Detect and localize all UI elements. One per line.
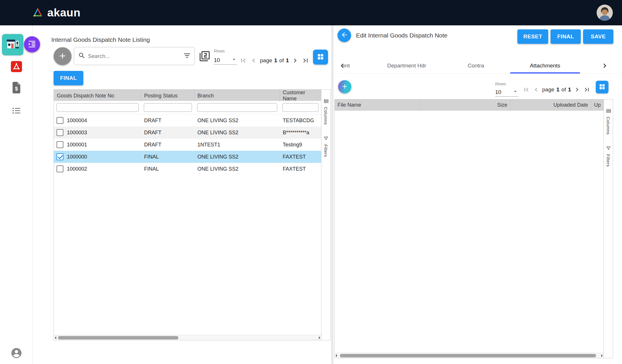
next-page-button[interactable]: [291, 56, 299, 65]
column-header-uploaded-date[interactable]: Uploaded Date: [510, 99, 591, 111]
topbar: akaun: [0, 0, 622, 25]
search-filter-button[interactable]: [183, 52, 191, 61]
filter-input-customer-name[interactable]: [282, 103, 318, 112]
filter-input-posting-status[interactable]: [144, 103, 192, 112]
editor-scroll-right-arrow[interactable]: [601, 354, 603, 357]
storefront-icon: [5, 37, 20, 52]
table-filter-row: [54, 101, 321, 114]
tabs-scroll-right-button[interactable]: [600, 61, 609, 70]
pages-button[interactable]: [199, 51, 210, 62]
scrollbar-thumb[interactable]: [58, 336, 178, 340]
column-header-posting-status[interactable]: Posting Status: [141, 90, 195, 102]
column-header-note-no[interactable]: Goods Dispatch Note No: [54, 90, 141, 102]
attachments-side-rail: Columns Filters: [604, 99, 613, 358]
tab-department-hdr[interactable]: Department Hdr: [365, 58, 448, 73]
cell-branch: ONE LIVING SS2: [195, 154, 280, 160]
editor-scrollbar-thumb[interactable]: [340, 354, 596, 357]
columns-rail-button[interactable]: Columns: [323, 98, 329, 125]
table-header-row: Goods Dispatch Note No Posting Status Br…: [54, 90, 321, 101]
list-icon: [11, 105, 22, 117]
sidebar-expand-button[interactable]: [24, 36, 40, 52]
editor-scroll-left-arrow[interactable]: [335, 354, 337, 357]
editor-columns-rail-label: Columns: [606, 117, 611, 135]
add-dispatch-note-button[interactable]: [54, 47, 71, 65]
tab-attachments[interactable]: Attachments: [510, 58, 580, 73]
editor-rows-value: 10: [495, 89, 501, 95]
row-checkbox[interactable]: [56, 165, 63, 172]
cell-posting-status: DRAFT: [141, 118, 195, 124]
editor-filters-rail-button[interactable]: Filters: [606, 146, 611, 167]
first-page-button[interactable]: [239, 56, 247, 65]
table-row[interactable]: 1000001 DRAFT 1NTEST1 Testing9: [54, 139, 321, 151]
filters-rail-button[interactable]: Filters: [323, 136, 329, 157]
back-button[interactable]: [338, 29, 351, 42]
cell-note-no: 1000001: [67, 142, 87, 148]
scroll-left-arrow[interactable]: [55, 336, 56, 339]
columns-icon: [606, 108, 611, 115]
cell-note-no: 1000003: [67, 130, 87, 136]
cell-posting-status: FINAL: [141, 154, 195, 160]
cell-branch: 1NTEST1: [195, 142, 280, 148]
column-header-branch[interactable]: Branch: [195, 90, 280, 102]
previous-page-button[interactable]: [250, 56, 258, 65]
cell-branch: ONE LIVING SS2: [195, 118, 280, 124]
invoice-icon: $: [11, 81, 22, 95]
tab-partial[interactable]: ent: [342, 58, 360, 73]
save-button[interactable]: SAVE: [583, 29, 613, 44]
pagination: page1of1: [239, 55, 310, 66]
row-checkbox[interactable]: [56, 141, 63, 148]
search-input[interactable]: [88, 53, 181, 59]
editor-pagination: page1of1: [523, 85, 591, 94]
cell-note-no: 1000002: [67, 166, 87, 172]
row-checkbox[interactable]: [56, 117, 63, 124]
row-checkbox[interactable]: [56, 129, 63, 136]
sidebar-app-tile[interactable]: [2, 34, 23, 55]
table-main: Goods Dispatch Note No Posting Status Br…: [54, 90, 321, 340]
horizontal-scrollbar[interactable]: [54, 335, 321, 340]
scroll-right-arrow[interactable]: [319, 336, 320, 339]
editor-last-page-button[interactable]: [583, 86, 591, 93]
rows-per-page-select[interactable]: 10: [214, 56, 237, 65]
search-box: [74, 47, 195, 65]
filter-input-note-no[interactable]: [56, 103, 139, 112]
sidebar-item-invoice[interactable]: $: [0, 81, 33, 95]
final-button[interactable]: FINAL: [54, 71, 83, 85]
editor-first-page-button[interactable]: [523, 86, 530, 93]
column-header-file-name[interactable]: File Name: [335, 99, 420, 111]
column-header-size[interactable]: Size: [420, 99, 510, 111]
table-empty-space: [54, 175, 321, 335]
sidebar-item-list[interactable]: [0, 105, 33, 117]
last-page-button[interactable]: [301, 56, 310, 65]
editor-columns-rail-button[interactable]: Columns: [606, 108, 611, 135]
editor-final-button[interactable]: FINAL: [551, 29, 581, 44]
filter-list-icon: [183, 52, 191, 61]
tab-contra[interactable]: Contra: [449, 58, 503, 73]
editor-previous-page-button[interactable]: [532, 86, 540, 93]
columns-rail-label: Columns: [323, 107, 328, 125]
editor-horizontal-scrollbar[interactable]: [335, 353, 604, 358]
filters-rail-label: Filters: [323, 144, 328, 157]
rows-value: 10: [214, 57, 220, 63]
editor-next-page-button[interactable]: [573, 86, 581, 93]
sidebar-item-pdf[interactable]: [0, 61, 33, 73]
column-header-customer-name[interactable]: Customer Name: [280, 90, 321, 102]
grid-view-button[interactable]: [313, 50, 328, 65]
rows-label: Rows: [214, 48, 237, 53]
editor-rows-per-page-select[interactable]: 10: [495, 88, 518, 97]
editor-grid-view-button[interactable]: [596, 81, 608, 93]
add-attachment-button[interactable]: [338, 80, 351, 93]
cell-posting-status: DRAFT: [141, 142, 195, 148]
sidebar-profile[interactable]: [0, 347, 33, 360]
funnel-icon: [606, 146, 611, 152]
table-row[interactable]: 1000000 FINAL ONE LIVING SS2 FAXTEST: [54, 151, 321, 163]
row-checkbox[interactable]: [56, 153, 63, 160]
cell-note-no: 1000004: [67, 118, 87, 124]
reset-button[interactable]: RESET: [517, 29, 548, 44]
column-header-uploaded-by[interactable]: Up: [591, 99, 604, 111]
user-avatar[interactable]: [597, 5, 613, 21]
table-row[interactable]: 1000003 DRAFT ONE LIVING SS2 B**********…: [54, 127, 321, 139]
table-row[interactable]: 1000002 FINAL ONE LIVING SS2 FAXTEST: [54, 163, 321, 175]
table-row[interactable]: 1000004 DRAFT ONE LIVING SS2 TESTABCDG: [54, 114, 321, 127]
filter-input-branch[interactable]: [197, 103, 277, 112]
brand-logo[interactable]: akaun: [32, 6, 80, 19]
